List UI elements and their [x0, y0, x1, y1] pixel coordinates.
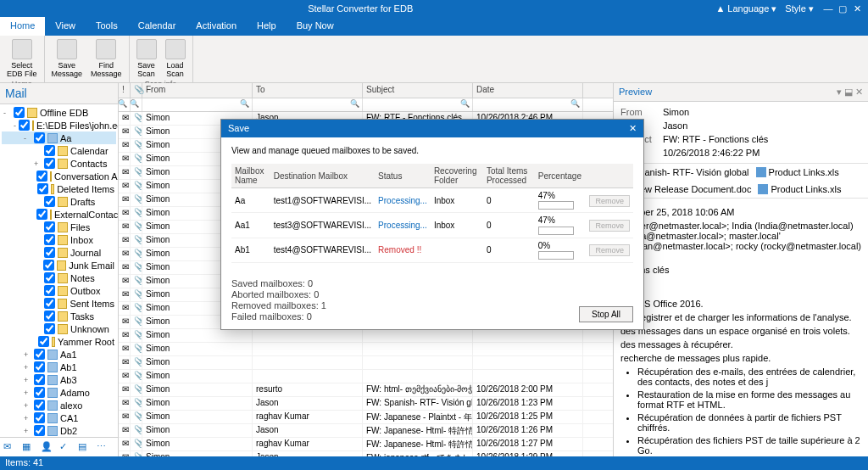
- tree-checkbox[interactable]: [14, 107, 25, 118]
- tree-checkbox[interactable]: [44, 158, 55, 169]
- tree-node[interactable]: Unknown: [2, 322, 116, 335]
- tree-node[interactable]: Inbox: [2, 233, 116, 246]
- tree-checkbox[interactable]: [36, 171, 47, 182]
- tree-node[interactable]: Files: [2, 221, 116, 233]
- tree-checkbox[interactable]: [34, 374, 45, 385]
- remove-button[interactable]: Remove: [589, 244, 630, 256]
- tab-view[interactable]: View: [45, 17, 86, 36]
- tree-node[interactable]: +alexo: [2, 399, 116, 411]
- tree-checkbox[interactable]: [44, 311, 55, 322]
- table-row[interactable]: ✉📎SimonJasonFW: Japanese- Html- 特許情報源10/…: [119, 424, 613, 438]
- remove-button[interactable]: Remove: [589, 220, 630, 232]
- tree-node[interactable]: +Aa1: [2, 348, 116, 361]
- tree-checkbox[interactable]: [34, 400, 45, 411]
- tree-checkbox[interactable]: [34, 412, 45, 423]
- language-dropdown[interactable]: ▲ Language ▾: [715, 3, 776, 14]
- tree-node[interactable]: Notes: [2, 271, 116, 284]
- ribbon-load-scan[interactable]: LoadScan: [164, 37, 187, 80]
- ribbon-save-scan[interactable]: SaveScan: [135, 37, 159, 80]
- table-row[interactable]: ✉📎Simon: [119, 356, 613, 370]
- tab-activation[interactable]: Activation: [186, 17, 247, 36]
- tree-node[interactable]: -Offline EDB: [2, 106, 116, 119]
- tab-help[interactable]: Help: [247, 17, 287, 36]
- tree-node[interactable]: ExternalContacts: [2, 208, 116, 221]
- tasks-icon[interactable]: ✓: [59, 441, 71, 453]
- tree-node[interactable]: -E:\EDB Files\john.edb: [2, 119, 116, 131]
- mail-icon[interactable]: ✉: [3, 441, 15, 453]
- tab-home[interactable]: Home: [0, 17, 45, 36]
- col-subject[interactable]: Subject: [363, 83, 473, 98]
- tree-node[interactable]: Deleted Items: [2, 182, 116, 195]
- minimize-button[interactable]: —: [822, 3, 834, 14]
- table-row[interactable]: ✉📎Simonraghav KumarFW: Japanese - Plaint…: [119, 411, 613, 424]
- tree-checkbox[interactable]: [34, 361, 45, 372]
- tree-checkbox[interactable]: [34, 132, 45, 143]
- tree-checkbox[interactable]: [44, 285, 55, 296]
- grid-filter-row[interactable]: [119, 98, 613, 112]
- col-from[interactable]: From: [142, 83, 253, 98]
- dialog-titlebar[interactable]: Save ✕: [221, 120, 643, 137]
- contacts-icon[interactable]: 👤: [41, 441, 53, 453]
- col-date[interactable]: Date: [473, 83, 583, 98]
- table-row[interactable]: ✉📎Simon: [119, 329, 613, 343]
- tree-node[interactable]: Conversation Action S: [2, 170, 116, 182]
- tree-checkbox[interactable]: [44, 298, 55, 309]
- tree-node[interactable]: Outbox: [2, 284, 116, 297]
- tree-node[interactable]: Drafts: [2, 195, 116, 208]
- tree-node[interactable]: +Ab1: [2, 361, 116, 373]
- table-row[interactable]: ✉📎Simon: [119, 370, 613, 383]
- tree-checkbox[interactable]: [44, 323, 55, 334]
- tab-buy-now[interactable]: Buy Now: [287, 17, 344, 36]
- dialog-close-button[interactable]: ✕: [629, 123, 637, 134]
- attachment-item[interactable]: Product Links.xls: [756, 167, 839, 177]
- col-attach-icon[interactable]: 📎: [131, 83, 142, 98]
- tree-checkbox[interactable]: [34, 425, 45, 436]
- tree-checkbox[interactable]: [36, 209, 47, 220]
- table-row[interactable]: ✉📎SimonJasonFW: Spanish- RTF- Visión glo…: [119, 397, 613, 411]
- table-row[interactable]: ✉📎Simon: [119, 343, 613, 356]
- folder-tree[interactable]: -Offline EDB-E:\EDB Files\john.edb-AaCal…: [0, 104, 118, 437]
- table-row[interactable]: ✉📎Simonraghav KumarFW: Japanese- Html- 特…: [119, 438, 613, 451]
- table-row[interactable]: ✉📎SimonJasonFW: japanese-rtf - できましたか10/…: [119, 451, 613, 456]
- tree-node[interactable]: Journal: [2, 246, 116, 259]
- tree-checkbox[interactable]: [44, 221, 55, 232]
- ribbon-select-edb-file[interactable]: SelectEDB File: [5, 37, 39, 80]
- tree-checkbox[interactable]: [38, 336, 49, 347]
- tab-tools[interactable]: Tools: [86, 17, 128, 36]
- tree-checkbox[interactable]: [34, 387, 45, 398]
- tree-checkbox[interactable]: [44, 234, 55, 245]
- table-row[interactable]: ✉📎SimonresurtoFW: html- თემქვიანები-მოჭა…: [119, 383, 613, 397]
- tree-checkbox[interactable]: [44, 272, 55, 283]
- tree-node[interactable]: Junk Email: [2, 259, 116, 271]
- col-icon[interactable]: !: [119, 83, 131, 98]
- col-to[interactable]: To: [253, 83, 363, 98]
- tree-node[interactable]: -Aa: [2, 131, 116, 144]
- journal-icon[interactable]: ▤: [78, 441, 90, 453]
- tree-node[interactable]: +Adamo: [2, 386, 116, 399]
- tree-node[interactable]: +Ab3: [2, 373, 116, 386]
- style-dropdown[interactable]: Style ▾: [785, 3, 814, 14]
- tree-checkbox[interactable]: [34, 349, 45, 360]
- tab-calendar[interactable]: Calendar: [128, 17, 186, 36]
- tree-node[interactable]: Yammer Root: [2, 335, 116, 348]
- tree-checkbox[interactable]: [37, 183, 48, 194]
- tree-node[interactable]: +Db2: [2, 424, 116, 437]
- ribbon-find-message[interactable]: FindMessage: [89, 37, 124, 80]
- tree-node[interactable]: Sent Items: [2, 297, 116, 310]
- tree-checkbox[interactable]: [44, 196, 55, 207]
- preview-pin-icon[interactable]: ▾ ⬓ ✕: [837, 87, 863, 97]
- tree-node[interactable]: +CA1: [2, 411, 116, 424]
- tree-node[interactable]: Tasks: [2, 310, 116, 322]
- close-button[interactable]: ✕: [851, 3, 863, 14]
- calendar-icon[interactable]: ▦: [22, 441, 34, 453]
- tree-node[interactable]: +Contacts: [2, 157, 116, 170]
- tree-node[interactable]: Calendar: [2, 144, 116, 157]
- tree-checkbox[interactable]: [44, 247, 55, 258]
- tree-checkbox[interactable]: [44, 145, 55, 156]
- stop-all-button[interactable]: Stop All: [579, 306, 633, 322]
- ribbon-save-message[interactable]: SaveMessage: [50, 37, 85, 80]
- maximize-button[interactable]: ▢: [837, 3, 849, 14]
- remove-button[interactable]: Remove: [589, 195, 630, 207]
- tree-checkbox[interactable]: [19, 120, 30, 131]
- more-icon[interactable]: ⋯: [97, 441, 108, 453]
